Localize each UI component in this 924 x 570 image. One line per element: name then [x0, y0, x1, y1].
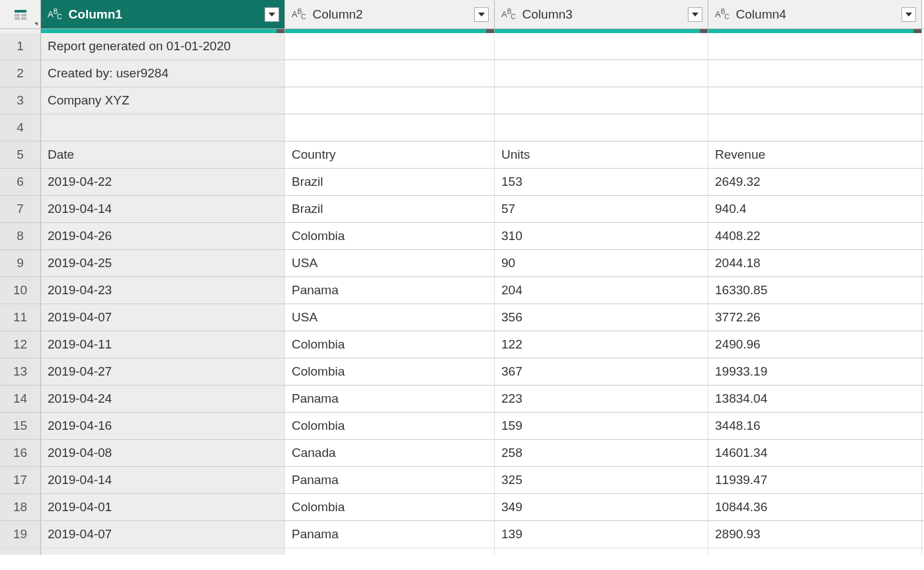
column-header-4[interactable]: ABC Column4 [708, 0, 922, 28]
row-number[interactable]: 12 [0, 331, 41, 358]
filter-button[interactable] [688, 7, 702, 22]
row-number[interactable]: 18 [0, 494, 41, 520]
cell[interactable]: 2649.32 [708, 169, 922, 195]
cell[interactable]: Panama [285, 386, 495, 412]
cell[interactable]: 16330.85 [708, 277, 922, 304]
cell[interactable]: 2019-04-08 [41, 440, 285, 466]
row-number[interactable]: 17 [0, 467, 41, 493]
cell[interactable]: Country [285, 142, 495, 168]
cell[interactable]: Brazil [285, 196, 495, 222]
cell[interactable]: 3448.16 [708, 413, 922, 439]
table-row[interactable]: 102019-04-23Panama20416330.85 [0, 277, 924, 304]
table-row[interactable]: 2Created by: user9284 [0, 60, 924, 87]
row-number[interactable]: 19 [0, 521, 41, 548]
row-number[interactable]: 11 [0, 304, 41, 331]
select-all-corner[interactable] [0, 0, 41, 28]
cell[interactable]: 2019-04-11 [41, 331, 285, 358]
row-number[interactable]: 14 [0, 386, 41, 412]
cell[interactable] [495, 114, 708, 141]
cell[interactable] [708, 60, 922, 87]
cell[interactable]: Revenue [708, 142, 922, 168]
table-row[interactable]: 62019-04-22Brazil1532649.32 [0, 169, 924, 196]
cell[interactable]: Panama [285, 277, 495, 304]
cell[interactable]: Colombia [285, 413, 495, 439]
cell[interactable]: Colombia [285, 358, 495, 385]
row-number[interactable]: 2 [0, 60, 41, 87]
cell[interactable]: Panama [285, 467, 495, 493]
row-number[interactable]: 7 [0, 196, 41, 222]
cell[interactable]: 258 [495, 440, 708, 466]
table-row[interactable]: 192019-04-07Panama1392890.93 [0, 521, 924, 548]
cell[interactable]: 13834.04 [708, 386, 922, 412]
table-row[interactable]: 132019-04-27Colombia36719933.19 [0, 358, 924, 386]
row-number[interactable]: 6 [0, 169, 41, 195]
row-number[interactable]: 8 [0, 223, 41, 249]
cell[interactable]: 2019-04-24 [41, 386, 285, 412]
cell[interactable]: 2019-04-26 [41, 223, 285, 249]
cell[interactable]: 2019-04-22 [41, 169, 285, 195]
table-row[interactable]: 4 [0, 114, 924, 142]
cell[interactable]: 2019-04-23 [41, 277, 285, 304]
row-number[interactable]: 13 [0, 358, 41, 385]
cell[interactable]: Colombia [285, 494, 495, 520]
cell[interactable]: USA [285, 304, 495, 331]
cell[interactable]: 356 [495, 304, 708, 331]
table-row[interactable]: 152019-04-16Colombia1593448.16 [0, 413, 924, 440]
cell[interactable]: Date [41, 142, 285, 168]
cell[interactable]: 325 [495, 467, 708, 493]
cell[interactable] [285, 33, 495, 60]
cell[interactable]: 2890.93 [708, 521, 922, 548]
table-row[interactable]: 5DateCountryUnitsRevenue [0, 142, 924, 169]
cell[interactable]: Colombia [285, 331, 495, 358]
row-number[interactable]: 3 [0, 87, 41, 114]
cell[interactable] [285, 60, 495, 87]
row-number[interactable]: 9 [0, 250, 41, 276]
cell[interactable]: Canada [285, 440, 495, 466]
table-row[interactable]: 142019-04-24Panama22313834.04 [0, 386, 924, 413]
cell[interactable] [495, 87, 708, 114]
cell[interactable]: 153 [495, 169, 708, 195]
cell[interactable]: 19933.19 [708, 358, 922, 385]
cell[interactable]: Panama [285, 521, 495, 548]
table-row[interactable]: 82019-04-26Colombia3104408.22 [0, 223, 924, 250]
cell[interactable]: 940.4 [708, 196, 922, 222]
cell[interactable] [285, 87, 495, 114]
cell[interactable]: USA [285, 250, 495, 276]
cell[interactable]: 2019-04-07 [41, 304, 285, 331]
table-row[interactable]: 92019-04-25USA902044.18 [0, 250, 924, 277]
cell[interactable] [495, 33, 708, 60]
cell[interactable]: 2019-04-14 [41, 467, 285, 493]
cell[interactable]: 4408.22 [708, 223, 922, 249]
cell[interactable]: 57 [495, 196, 708, 222]
cell[interactable]: 2019-04-14 [41, 196, 285, 222]
cell[interactable]: Company XYZ [41, 87, 285, 114]
cell[interactable] [708, 33, 922, 60]
row-number[interactable]: 16 [0, 440, 41, 466]
cell[interactable]: 2019-04-16 [41, 413, 285, 439]
table-row[interactable]: 72019-04-14Brazil57940.4 [0, 196, 924, 223]
cell[interactable]: Units [495, 142, 708, 168]
cell[interactable]: 367 [495, 358, 708, 385]
cell[interactable]: 2019-04-01 [41, 494, 285, 520]
table-row[interactable]: 112019-04-07USA3563772.26 [0, 304, 924, 331]
cell[interactable]: 2019-04-07 [41, 521, 285, 548]
cell[interactable]: 14601.34 [708, 440, 922, 466]
row-number[interactable]: 1 [0, 33, 41, 60]
row-number[interactable]: 15 [0, 413, 41, 439]
cell[interactable]: 349 [495, 494, 708, 520]
filter-button[interactable] [902, 7, 916, 22]
cell[interactable]: 3772.26 [708, 304, 922, 331]
cell[interactable]: 2044.18 [708, 250, 922, 276]
cell[interactable]: 90 [495, 250, 708, 276]
cell[interactable] [708, 114, 922, 141]
cell[interactable]: 2019-04-25 [41, 250, 285, 276]
cell[interactable]: Report generated on 01-01-2020 [41, 33, 285, 60]
column-header-2[interactable]: ABC Column2 [285, 0, 495, 28]
cell[interactable]: Brazil [285, 169, 495, 195]
filter-button[interactable] [474, 7, 489, 22]
cell[interactable]: 139 [495, 521, 708, 548]
cell[interactable]: 223 [495, 386, 708, 412]
table-row[interactable]: 1Report generated on 01-01-2020 [0, 33, 924, 60]
row-number[interactable]: 4 [0, 114, 41, 141]
cell[interactable]: 310 [495, 223, 708, 249]
